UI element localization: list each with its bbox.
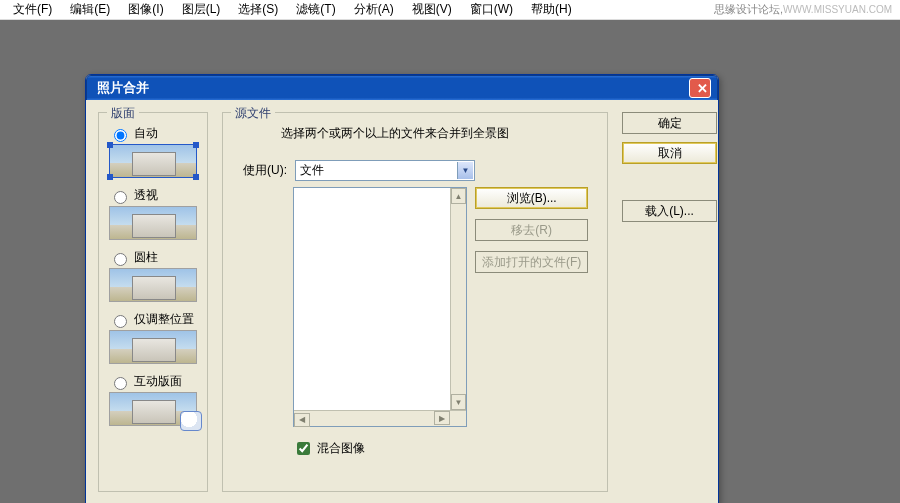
close-icon: ✕ [697,81,708,96]
radio-cylinder-label: 圆柱 [134,249,158,266]
scroll-up-icon[interactable]: ▲ [451,188,466,204]
watermark: 思缘设计论坛,WWW.MISSYUAN.COM [714,2,896,17]
blend-label: 混合图像 [317,440,365,457]
thumb-interactive[interactable] [109,392,197,426]
dialog-titlebar[interactable]: 照片合并 ✕ [86,75,718,100]
chevron-down-icon: ▼ [457,162,473,179]
use-select[interactable]: 文件 ▼ [295,160,475,181]
layout-legend: 版面 [107,105,139,122]
menu-layer[interactable]: 图层(L) [173,0,230,20]
radio-interactive[interactable] [114,377,127,390]
use-select-value: 文件 [300,162,324,179]
menu-edit[interactable]: 编辑(E) [61,0,119,20]
browse-button[interactable]: 浏览(B)... [475,187,588,209]
thumb-cylinder[interactable] [109,268,197,302]
cursor-hand-icon [180,411,202,431]
photomerge-dialog: 照片合并 ✕ 版面 自动 透视 圆柱 [85,74,719,503]
app-menubar: 文件(F) 编辑(E) 图像(I) 图层(L) 选择(S) 滤镜(T) 分析(A… [0,0,900,20]
radio-interactive-label: 互动版面 [134,373,182,390]
scrollbar-horizontal[interactable]: ◀ ▶ [294,410,466,426]
radio-auto[interactable] [114,129,127,142]
radio-perspective[interactable] [114,191,127,204]
scroll-left-icon[interactable]: ◀ [294,413,310,427]
source-description: 选择两个或两个以上的文件来合并到全景图 [233,125,597,142]
radio-cylinder[interactable] [114,253,127,266]
menu-window[interactable]: 窗口(W) [461,0,522,20]
use-label: 使用(U): [233,162,287,179]
dialog-right-buttons: 确定 取消 载入(L)... [622,112,706,492]
close-button[interactable]: ✕ [689,78,711,98]
add-open-files-button: 添加打开的文件(F) [475,251,588,273]
menu-image[interactable]: 图像(I) [119,0,172,20]
thumb-auto[interactable] [109,144,197,178]
thumb-reposition[interactable] [109,330,197,364]
menu-view[interactable]: 视图(V) [403,0,461,20]
menu-filter[interactable]: 滤镜(T) [287,0,344,20]
blend-checkbox[interactable] [297,442,310,455]
remove-button: 移去(R) [475,219,588,241]
radio-perspective-label: 透视 [134,187,158,204]
file-listbox[interactable]: ▲ ▼ ◀ ▶ [293,187,467,427]
menu-analysis[interactable]: 分析(A) [345,0,403,20]
ok-button[interactable]: 确定 [622,112,717,134]
load-button[interactable]: 载入(L)... [622,200,717,222]
menu-file[interactable]: 文件(F) [4,0,61,20]
layout-panel: 版面 自动 透视 圆柱 仅调整位置 [98,112,208,492]
radio-reposition-label: 仅调整位置 [134,311,194,328]
scroll-right-icon[interactable]: ▶ [434,411,450,425]
scrollbar-vertical[interactable]: ▲ ▼ [450,188,466,410]
thumb-perspective[interactable] [109,206,197,240]
menu-help[interactable]: 帮助(H) [522,0,581,20]
menu-select[interactable]: 选择(S) [229,0,287,20]
dialog-title: 照片合并 [97,79,149,97]
scroll-down-icon[interactable]: ▼ [451,394,466,410]
cancel-button[interactable]: 取消 [622,142,717,164]
radio-reposition[interactable] [114,315,127,328]
source-legend: 源文件 [231,105,275,122]
source-panel: 源文件 选择两个或两个以上的文件来合并到全景图 使用(U): 文件 ▼ ▲ ▼ … [222,112,608,492]
radio-auto-label: 自动 [134,125,158,142]
